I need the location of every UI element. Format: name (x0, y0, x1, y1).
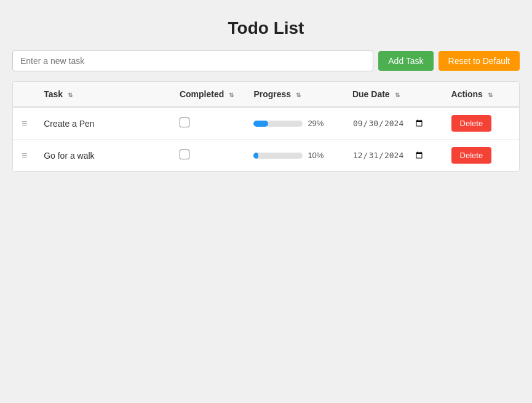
delete-button[interactable]: Delete (451, 115, 492, 132)
table-row: ≡Go for a walk10%Delete (13, 140, 519, 172)
page-container: Todo List Add Task Reset to Default Task… (0, 0, 532, 190)
actions-cell: Delete (445, 107, 519, 140)
reset-button[interactable]: Reset to Default (439, 51, 520, 71)
progress-bar-fill (253, 153, 258, 159)
drag-handle-icon[interactable]: ≡ (19, 150, 30, 161)
due-date-input[interactable] (352, 118, 424, 129)
col-header-completed[interactable]: Completed ⇅ (173, 82, 247, 107)
drag-handle-cell: ≡ (13, 140, 38, 172)
add-task-button[interactable]: Add Task (378, 51, 433, 71)
drag-handle-cell: ≡ (13, 107, 38, 140)
progress-text: 29% (308, 119, 326, 128)
progress-cell: 29% (247, 107, 346, 140)
actions-cell: Delete (445, 140, 519, 172)
todo-table-wrapper: Task ⇅ Completed ⇅ Progress ⇅ Due Date ⇅… (12, 81, 520, 172)
col-header-progress[interactable]: Progress ⇅ (247, 82, 346, 107)
delete-button[interactable]: Delete (451, 147, 492, 164)
table-header: Task ⇅ Completed ⇅ Progress ⇅ Due Date ⇅… (13, 82, 519, 107)
page-title: Todo List (12, 18, 520, 38)
due-date-cell (346, 140, 445, 172)
progress-bar-bg (253, 121, 303, 127)
progress-text: 10% (308, 151, 326, 160)
col-header-task[interactable]: Task ⇅ (38, 82, 173, 107)
completed-checkbox[interactable] (180, 118, 189, 127)
task-input[interactable] (12, 50, 373, 71)
sort-icon-completed: ⇅ (229, 92, 234, 98)
todo-table: Task ⇅ Completed ⇅ Progress ⇅ Due Date ⇅… (13, 82, 519, 171)
sort-icon-progress: ⇅ (296, 92, 301, 98)
task-name-cell: Create a Pen (38, 107, 173, 140)
sort-icon-duedate: ⇅ (395, 92, 400, 98)
sort-icon-task: ⇅ (68, 92, 73, 98)
toolbar: Add Task Reset to Default (12, 50, 520, 71)
progress-cell: 10% (247, 140, 346, 172)
completed-checkbox[interactable] (180, 150, 189, 159)
sort-icon-actions: ⇅ (488, 92, 493, 98)
due-date-cell (346, 107, 445, 140)
task-name-cell: Go for a walk (38, 140, 173, 172)
drag-handle-icon[interactable]: ≡ (19, 118, 30, 129)
progress-bar-bg (253, 153, 303, 159)
due-date-input[interactable] (352, 150, 424, 161)
table-row: ≡Create a Pen29%Delete (13, 107, 519, 140)
col-header-duedate[interactable]: Due Date ⇅ (346, 82, 445, 107)
col-header-drag (13, 82, 38, 107)
completed-cell (173, 140, 247, 172)
completed-cell (173, 107, 247, 140)
col-header-actions[interactable]: Actions ⇅ (445, 82, 519, 107)
table-body: ≡Create a Pen29%Delete≡Go for a walk10%D… (13, 107, 519, 171)
progress-bar-fill (253, 121, 268, 127)
